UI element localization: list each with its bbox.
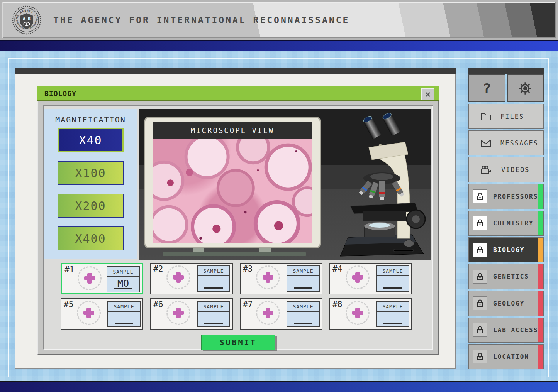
sidebar-item-location[interactable]: LOCATION <box>468 344 544 369</box>
sample-slot-2[interactable]: #2 SAMPLE <box>150 263 233 294</box>
padlock-unlocked-icon <box>475 218 485 228</box>
app-title: THE AGENCY FOR INTERNATIONAL RECONNAISSA… <box>53 15 349 25</box>
status-stripe <box>538 318 543 342</box>
envelope-icon <box>480 139 491 147</box>
settings-button[interactable] <box>507 74 544 102</box>
sample-value-field[interactable] <box>115 323 133 324</box>
magnification-x40-button[interactable]: X40 <box>58 128 124 152</box>
slot-number: #8 <box>332 300 342 309</box>
magnification-x400-button[interactable]: X400 <box>58 226 124 250</box>
specimen-blob-icon <box>352 308 363 318</box>
sidebar-topbar <box>468 68 544 74</box>
app-header: THE AGENCY FOR INTERNATIONAL RECONNAISSA… <box>0 0 558 40</box>
specimen-blob-icon <box>173 272 184 283</box>
sidebar-item-genetics[interactable]: GENETICS <box>468 264 544 289</box>
magnification-label: MAGNIFICATION <box>44 115 137 124</box>
sample-value-field[interactable] <box>294 287 312 289</box>
monitor-leg <box>259 248 271 252</box>
sidebar-item-biology[interactable]: BIOLOGY <box>468 237 544 262</box>
sample-slot-8[interactable]: #8 SAMPLE <box>329 298 412 330</box>
header-banner: THE AGENCY FOR INTERNATIONAL RECONNAISSA… <box>2 2 556 38</box>
sample-box-label: SAMPLE <box>107 267 139 277</box>
window-titlebar: BIOLOGY <box>37 86 439 101</box>
padlock-locked-icon <box>475 325 485 335</box>
sample-value-field[interactable]: MO <box>114 279 132 289</box>
slot-number: #4 <box>332 264 342 274</box>
specimen-blob-icon <box>83 308 94 318</box>
status-stripe <box>538 238 543 262</box>
specimen-dish <box>256 301 280 325</box>
padlock-locked-icon <box>475 352 485 361</box>
magnification-x100-button[interactable]: X100 <box>58 161 124 185</box>
specimen-blob-icon <box>352 272 363 283</box>
specimen-blob-icon <box>84 273 95 284</box>
sample-slot-4[interactable]: #4 SAMPLE <box>329 263 412 294</box>
sidebar-item-videos[interactable]: VIDEOS <box>468 157 544 182</box>
application-root: THE AGENCY FOR INTERNATIONAL RECONNAISSA… <box>0 0 558 392</box>
sidebar-item-geology[interactable]: GEOLOGY <box>468 291 544 316</box>
specimen-dish <box>256 265 280 289</box>
slot-number: #3 <box>243 264 253 274</box>
window-title: BIOLOGY <box>44 90 76 98</box>
sample-input-box: SAMPLE <box>107 301 141 327</box>
microscope-monitor: MICROSCOPE VIEW <box>144 117 321 248</box>
desktop-background: BIOLOGY MAGNIFICATION X40 X100 <box>0 51 558 381</box>
sample-box-label: SAMPLE <box>198 266 229 276</box>
monitor-leg <box>193 248 204 252</box>
specimen-blob-icon <box>173 308 184 318</box>
agency-seal-logo: THE AGENCY FOR INTERNATIONAL RECONNAISSA… <box>12 3 42 37</box>
specimen-dish <box>77 301 101 325</box>
status-stripe <box>538 291 543 315</box>
folder-icon <box>480 112 491 121</box>
sample-value-field[interactable] <box>204 323 223 324</box>
main-panel-topbar <box>15 68 456 74</box>
specimen-dish <box>78 266 102 290</box>
sidebar: ? FILES <box>468 68 544 369</box>
padlock-unlocked-icon <box>475 192 485 201</box>
sidebar-item-messages[interactable]: MESSAGES <box>468 130 544 155</box>
slot-number: #1 <box>64 265 74 274</box>
padlock-unlocked-icon <box>475 245 485 255</box>
specimen-dish <box>166 265 190 289</box>
sample-box-label: SAMPLE <box>287 266 319 276</box>
top-blue-bar <box>0 40 558 51</box>
sample-slot-3[interactable]: #3 SAMPLE <box>240 263 322 294</box>
specimen-blob-icon <box>263 308 273 318</box>
sample-value-field[interactable] <box>204 287 223 289</box>
sample-box-label: SAMPLE <box>377 302 409 312</box>
sample-slot-5[interactable]: #5 SAMPLE <box>61 298 143 330</box>
sample-value-field[interactable] <box>294 323 312 324</box>
magnification-x200-button[interactable]: X200 <box>58 194 124 218</box>
specimen-dish <box>346 301 370 325</box>
submit-button[interactable]: SUBMIT <box>201 335 275 350</box>
monitor-stand <box>163 252 306 256</box>
sidebar-item-chemistry[interactable]: CHEMISTRY <box>468 211 544 236</box>
question-mark-icon: ? <box>483 81 491 96</box>
sidebar-item-professors[interactable]: PROFESSORS <box>468 184 544 209</box>
sample-slot-1[interactable]: #1 SAMPLE MO <box>61 263 143 294</box>
sample-input-box: SAMPLE <box>376 301 409 327</box>
slot-number: #6 <box>153 300 163 309</box>
slot-number: #7 <box>243 300 253 309</box>
sample-value-field[interactable] <box>383 323 402 324</box>
microscope-cell-image <box>153 139 312 243</box>
microscope-view-title: MICROSCOPE VIEW <box>153 122 312 139</box>
close-button[interactable] <box>421 88 434 100</box>
sample-slot-6[interactable]: #6 SAMPLE <box>150 298 233 330</box>
status-stripe <box>538 345 543 369</box>
help-button[interactable]: ? <box>468 74 505 102</box>
microscope-area: MICROSCOPE VIEW <box>139 109 431 260</box>
window-content: MAGNIFICATION X40 X100 X200 X400 MICROSC… <box>43 105 433 350</box>
seal-monogram: A R <box>23 16 31 21</box>
sample-box-label: SAMPLE <box>198 302 229 312</box>
status-stripe <box>538 211 543 235</box>
gear-icon <box>518 81 533 96</box>
sidebar-item-files[interactable]: FILES <box>468 104 544 129</box>
sidebar-item-lab-access[interactable]: LAB ACCESS <box>468 318 544 343</box>
specimen-dish <box>346 265 370 289</box>
sample-value-field[interactable] <box>383 287 402 289</box>
slot-number: #2 <box>153 264 163 274</box>
sample-input-box: SAMPLE <box>287 265 320 292</box>
sample-slot-7[interactable]: #7 SAMPLE <box>240 298 322 330</box>
microscope-illustration <box>336 110 427 259</box>
